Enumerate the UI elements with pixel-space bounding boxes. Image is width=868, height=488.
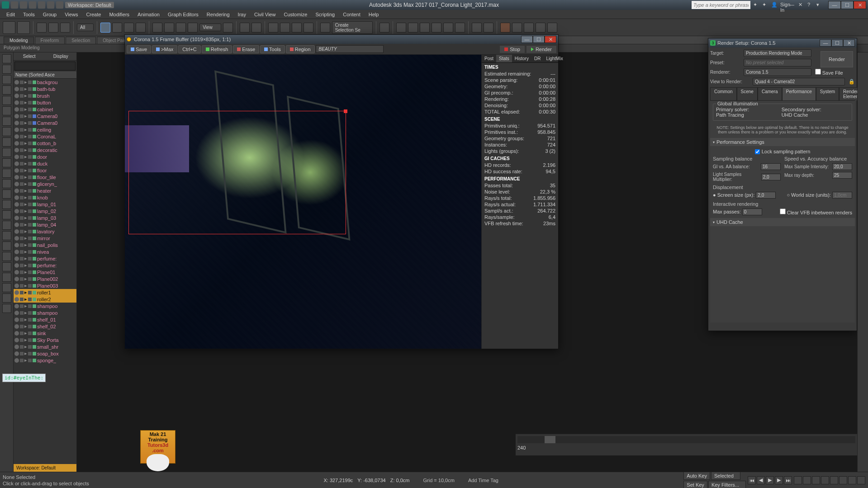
lock-icon[interactable]	[28, 304, 32, 308]
view-dropdown[interactable]: Quad 4 - Camera02	[753, 78, 845, 85]
msi-spinner[interactable]: 20,0	[832, 163, 852, 170]
lock-icon[interactable]	[28, 237, 32, 240]
lock-icon[interactable]	[28, 87, 32, 91]
nav-7-icon[interactable]	[848, 476, 856, 484]
visibility-icon[interactable]	[14, 100, 19, 105]
expand-icon[interactable]: ▸	[24, 249, 27, 255]
expand-icon[interactable]: ▸	[24, 201, 27, 207]
sidetool-21-icon[interactable]	[2, 262, 11, 271]
toggle-ribbon-icon[interactable]	[420, 23, 430, 33]
lock-icon[interactable]	[28, 270, 32, 274]
uhd-cache-rollout[interactable]: UHD Cache	[710, 218, 855, 226]
expand-icon[interactable]: ▸	[24, 161, 27, 166]
expand-icon[interactable]: ▸	[24, 113, 27, 119]
expand-icon[interactable]: ▸	[24, 194, 27, 200]
expand-icon[interactable]: ▸	[24, 357, 27, 363]
ribbon-tab-freeform[interactable]: Freeform	[35, 37, 65, 44]
add-time-tag[interactable]: Add Time Tag	[468, 478, 498, 483]
expand-icon[interactable]: ▸	[24, 181, 27, 187]
manipulate-icon[interactable]	[240, 23, 250, 33]
menu-animation[interactable]: Animation	[134, 11, 163, 18]
renderer-dropdown[interactable]: Corona 1.5	[744, 68, 811, 76]
render-3-icon[interactable]	[536, 23, 545, 33]
visibility-icon[interactable]	[14, 141, 19, 146]
minimize-button[interactable]: —	[828, 1, 841, 9]
sidetool-5-icon[interactable]	[2, 96, 11, 105]
lock-icon[interactable]	[28, 101, 32, 104]
vfb-region-button[interactable]: Region	[286, 45, 315, 53]
visibility-icon[interactable]	[14, 331, 19, 336]
rsetup-tab-common[interactable]: Common	[710, 87, 737, 100]
sidetool-22-icon[interactable]	[2, 273, 11, 282]
next-frame-icon[interactable]: ▶	[775, 476, 783, 484]
search-input[interactable]	[692, 1, 750, 9]
visibility-icon[interactable]	[14, 250, 19, 254]
freeze-icon[interactable]	[20, 264, 24, 267]
visibility-icon[interactable]	[14, 351, 19, 356]
freeze-icon[interactable]	[20, 128, 24, 132]
visibility-icon[interactable]	[14, 87, 19, 91]
rendered-frame-icon[interactable]	[484, 23, 493, 33]
lock-icon[interactable]	[28, 108, 32, 111]
menu-civilview[interactable]: Civil View	[251, 11, 279, 18]
freeze-icon[interactable]	[20, 114, 24, 118]
lock-icon[interactable]	[28, 223, 32, 227]
scene-row[interactable]: ▸Camera0	[14, 113, 76, 119]
sidetool-19-icon[interactable]	[2, 242, 11, 251]
freeze-icon[interactable]	[20, 237, 24, 240]
link-icon[interactable]	[37, 23, 47, 33]
visibility-icon[interactable]	[14, 202, 19, 207]
vfb-erase-button[interactable]: Erase	[233, 45, 259, 53]
sidetool-15-icon[interactable]	[2, 200, 11, 209]
scene-row[interactable]: ▸button	[14, 99, 76, 106]
sidetool-12-icon[interactable]	[2, 169, 11, 178]
sidetool-25-icon[interactable]	[2, 304, 11, 313]
curve-editor-icon[interactable]	[432, 23, 441, 33]
freeze-icon[interactable]	[20, 169, 24, 172]
cross-icon[interactable]: ✕	[798, 2, 805, 8]
rsetup-tab-scene[interactable]: Scene	[737, 87, 758, 100]
expand-icon[interactable]: ▸	[24, 303, 27, 309]
sidetool-17-icon[interactable]	[2, 221, 11, 230]
scene-row[interactable]: ▸Camera0	[14, 119, 76, 126]
expand-icon[interactable]: ▸	[24, 174, 27, 180]
expand-icon[interactable]: ▸	[24, 269, 27, 275]
scene-row[interactable]: ▸nivea	[14, 248, 76, 255]
preset-dropdown[interactable]: No preset selected	[744, 59, 811, 66]
menu-grapheditors[interactable]: Graph Editors	[164, 11, 202, 18]
keyboard-shortcut-icon[interactable]	[251, 23, 261, 33]
freeze-icon[interactable]	[20, 81, 24, 84]
freeze-icon[interactable]	[20, 270, 24, 274]
visibility-icon[interactable]	[14, 345, 19, 349]
lock-icon[interactable]	[28, 345, 32, 349]
scene-row[interactable]: ▸Plane002	[14, 275, 76, 282]
freeze-icon[interactable]	[20, 250, 24, 254]
visibility-icon[interactable]	[14, 216, 19, 220]
scene-row[interactable]: ▸shelf_01	[14, 316, 76, 323]
lock-sampling-checkbox[interactable]	[755, 149, 760, 154]
signin-link[interactable]: Sign In	[780, 2, 787, 8]
expand-icon[interactable]: ▸	[24, 242, 27, 248]
expand-icon[interactable]: ▸	[24, 120, 27, 126]
freeze-icon[interactable]	[20, 94, 24, 98]
lock-icon[interactable]	[28, 155, 32, 159]
lock-icon[interactable]	[28, 338, 32, 342]
vfb-tab-lightmix[interactable]: LightMix	[543, 55, 565, 62]
freeze-icon[interactable]	[20, 142, 24, 145]
scene-row[interactable]: ▸door	[14, 153, 76, 160]
lsm-spinner[interactable]: 2,0	[761, 174, 781, 180]
scene-row[interactable]: ▸duck	[14, 160, 76, 167]
visibility-icon[interactable]	[14, 195, 19, 200]
redo-icon[interactable]	[17, 21, 30, 34]
visibility-icon[interactable]	[14, 114, 19, 118]
sidetool-8-icon[interactable]	[2, 127, 11, 136]
play-icon[interactable]: ▶	[766, 476, 774, 484]
vfb-titlebar[interactable]: Corona 1.5 Frame Buffer (1019×835px, 1:1…	[125, 35, 558, 44]
select-by-name-icon[interactable]	[112, 23, 122, 33]
freeze-icon[interactable]	[20, 338, 24, 342]
scene-row[interactable]: ▸backgrou	[14, 79, 76, 85]
workspace-label[interactable]: Workspace: Default	[14, 464, 76, 472]
align-icon[interactable]	[396, 23, 406, 33]
freeze-icon[interactable]	[20, 182, 24, 186]
lock-icon[interactable]	[28, 114, 32, 118]
